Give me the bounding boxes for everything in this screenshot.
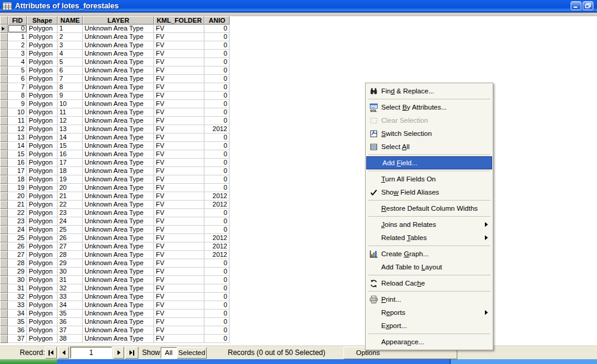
table-cell[interactable]: Unknown Area Type: [83, 25, 154, 33]
table-cell[interactable]: Polygon: [27, 125, 58, 134]
table-cell[interactable]: Polygon: [27, 167, 58, 175]
row-selector[interactable]: [0, 83, 8, 92]
table-cell[interactable]: 1: [58, 25, 83, 33]
menu-item-related-tables[interactable]: Related Tables: [366, 231, 493, 244]
table-row[interactable]: 14Polygon15Unknown Area TypeFV0: [0, 142, 597, 150]
table-cell[interactable]: 0: [204, 217, 230, 226]
table-cell[interactable]: 6: [8, 75, 27, 83]
table-cell[interactable]: 38: [58, 335, 83, 343]
table-cell[interactable]: Polygon: [27, 75, 58, 83]
table-cell[interactable]: 22: [8, 209, 27, 217]
table-cell[interactable]: 14: [8, 142, 27, 150]
table-cell[interactable]: FV: [154, 301, 204, 310]
menu-item-reports[interactable]: Reports: [366, 306, 493, 319]
table-cell[interactable]: 0: [204, 41, 230, 50]
table-cell[interactable]: FV: [154, 100, 204, 108]
table-row[interactable]: 35Polygon36Unknown Area TypeFV0: [0, 318, 597, 326]
table-cell[interactable]: Unknown Area Type: [83, 125, 154, 134]
menu-item-switch-selection[interactable]: Switch Selection: [366, 127, 493, 140]
table-cell[interactable]: 9: [58, 92, 83, 100]
table-cell[interactable]: 0: [204, 108, 230, 117]
column-header-fid[interactable]: FID: [8, 16, 27, 25]
table-cell[interactable]: FV: [154, 284, 204, 293]
table-cell[interactable]: FV: [154, 335, 204, 343]
table-cell[interactable]: 9: [8, 100, 27, 108]
table-cell[interactable]: Polygon: [27, 318, 58, 326]
table-row[interactable]: 6Polygon7Unknown Area TypeFV0: [0, 75, 597, 83]
table-cell[interactable]: Unknown Area Type: [83, 276, 154, 284]
table-row[interactable]: 9Polygon10Unknown Area TypeFV0: [0, 100, 597, 108]
table-cell[interactable]: FV: [154, 201, 204, 209]
table-cell[interactable]: Unknown Area Type: [83, 58, 154, 66]
table-cell[interactable]: 0: [204, 226, 230, 234]
row-selector[interactable]: [0, 150, 8, 159]
table-cell[interactable]: FV: [154, 159, 204, 167]
table-cell[interactable]: Polygon: [27, 100, 58, 108]
table-cell[interactable]: 28: [8, 259, 27, 268]
row-selector[interactable]: [0, 142, 8, 150]
table-cell[interactable]: 1: [8, 33, 27, 41]
table-cell[interactable]: 0: [204, 92, 230, 100]
previous-record-button[interactable]: [58, 347, 69, 359]
row-selector[interactable]: [0, 117, 8, 125]
table-row[interactable]: 17Polygon18Unknown Area TypeFV0: [0, 167, 597, 175]
table-cell[interactable]: Unknown Area Type: [83, 284, 154, 293]
table-cell[interactable]: FV: [154, 92, 204, 100]
table-cell[interactable]: 24: [58, 217, 83, 226]
table-cell[interactable]: 30: [8, 276, 27, 284]
table-row[interactable]: 30Polygon31Unknown Area TypeFV0: [0, 276, 597, 284]
table-cell[interactable]: Unknown Area Type: [83, 159, 154, 167]
table-cell[interactable]: Polygon: [27, 25, 58, 33]
table-cell[interactable]: 0: [204, 301, 230, 310]
table-cell[interactable]: Polygon: [27, 175, 58, 184]
menu-item-appearance[interactable]: Appearance...: [366, 335, 493, 348]
table-cell[interactable]: FV: [154, 33, 204, 41]
table-cell[interactable]: Polygon: [27, 41, 58, 50]
table-cell[interactable]: 19: [58, 175, 83, 184]
row-selector[interactable]: [0, 134, 8, 142]
menu-item-show-field-aliases[interactable]: Show Field Aliases: [366, 186, 493, 199]
row-selector[interactable]: [0, 100, 8, 108]
table-cell[interactable]: Polygon: [27, 284, 58, 293]
table-cell[interactable]: 0: [204, 159, 230, 167]
table-cell[interactable]: 25: [8, 234, 27, 242]
menu-item-add-field[interactable]: Add Field...: [366, 156, 492, 169]
table-row[interactable]: 37Polygon38Unknown Area TypeFV0: [0, 335, 597, 343]
row-selector[interactable]: [0, 167, 8, 175]
table-row[interactable]: 4Polygon5Unknown Area TypeFV0: [0, 58, 597, 66]
table-cell[interactable]: FV: [154, 242, 204, 251]
table-cell[interactable]: Unknown Area Type: [83, 175, 154, 184]
menu-item-add-table-to-layout[interactable]: Add Table to Layout: [366, 260, 493, 274]
row-selector[interactable]: [0, 310, 8, 318]
table-cell[interactable]: FV: [154, 41, 204, 50]
row-selector[interactable]: [0, 217, 8, 226]
row-selector[interactable]: [0, 25, 8, 33]
table-cell[interactable]: Unknown Area Type: [83, 117, 154, 125]
table-cell[interactable]: 35: [58, 310, 83, 318]
table-cell[interactable]: 0: [204, 75, 230, 83]
table-cell[interactable]: 3: [58, 41, 83, 50]
table-cell[interactable]: 31: [58, 276, 83, 284]
table-cell[interactable]: 2012: [204, 242, 230, 251]
table-cell[interactable]: FV: [154, 142, 204, 150]
table-row[interactable]: 16Polygon17Unknown Area TypeFV0: [0, 159, 597, 167]
table-cell[interactable]: Unknown Area Type: [83, 310, 154, 318]
table-row[interactable]: 36Polygon37Unknown Area TypeFV0: [0, 326, 597, 335]
table-cell[interactable]: 0: [204, 326, 230, 335]
table-cell[interactable]: 0: [204, 117, 230, 125]
table-cell[interactable]: Unknown Area Type: [83, 242, 154, 251]
menu-item-export[interactable]: Export...: [366, 319, 493, 332]
table-cell[interactable]: 12: [58, 117, 83, 125]
table-cell[interactable]: Unknown Area Type: [83, 108, 154, 117]
column-header-name[interactable]: NAME: [58, 16, 83, 25]
table-cell[interactable]: Unknown Area Type: [83, 251, 154, 259]
table-cell[interactable]: 7: [8, 83, 27, 92]
table-row[interactable]: 22Polygon23Unknown Area TypeFV0: [0, 209, 597, 217]
table-cell[interactable]: 6: [58, 66, 83, 75]
table-cell[interactable]: 13: [8, 134, 27, 142]
table-cell[interactable]: Unknown Area Type: [83, 259, 154, 268]
row-selector-header[interactable]: [0, 16, 8, 25]
row-selector[interactable]: [0, 259, 8, 268]
table-cell[interactable]: 21: [58, 192, 83, 201]
row-selector[interactable]: [0, 125, 8, 134]
